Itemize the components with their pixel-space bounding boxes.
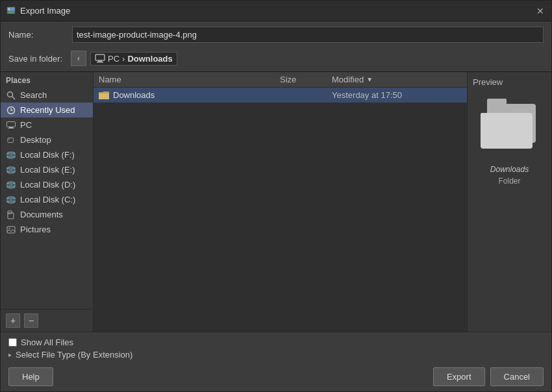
expand-icon: ▸ [8, 351, 12, 358]
sidebar-item-label-pc: PC [20, 120, 32, 130]
sidebar-item-pictures[interactable]: Pictures [1, 222, 93, 237]
select-file-type-label[interactable]: Select File Type (By Extension) [16, 350, 132, 360]
desktop-icon [6, 136, 16, 145]
svg-rect-11 [9, 127, 13, 128]
dialog-title: Export Image [20, 6, 534, 16]
cancel-button[interactable]: Cancel [490, 367, 544, 386]
sidebar-item-label-pictures: Pictures [20, 225, 51, 234]
remove-bookmark-button[interactable]: − [24, 313, 38, 328]
breadcrumb[interactable]: PC › Downloads [90, 52, 177, 66]
sidebar-item-label-desktop: Desktop [20, 135, 51, 145]
file-cell-name: Downloads [99, 90, 280, 100]
sidebar-item-label-local-disk-c: Local Disk (C:) [20, 195, 75, 204]
col-size-header: Size [280, 75, 332, 84]
main-area: Places Search Recently Used PC [1, 71, 551, 332]
recently-used-icon [6, 106, 16, 115]
btn-right-group: Export Cancel [433, 367, 544, 386]
show-all-files-label[interactable]: Show All Files [21, 337, 73, 347]
sidebar-item-documents[interactable]: Documents [1, 207, 93, 222]
breadcrumb-pc: PC [108, 54, 119, 64]
search-icon [6, 91, 16, 100]
svg-rect-10 [7, 121, 16, 127]
local-disk-e-icon [6, 165, 16, 175]
sidebar-item-search[interactable]: Search [1, 88, 93, 103]
svg-line-8 [12, 96, 16, 99]
sidebar: Places Search Recently Used PC [1, 72, 94, 332]
sidebar-item-label-documents: Documents [20, 210, 63, 219]
svg-rect-22 [7, 183, 15, 187]
table-row[interactable]: Downloads Yesterday at 17:50 [94, 88, 467, 103]
svg-rect-5 [98, 60, 102, 62]
preview-icon-area [477, 92, 542, 157]
preview-panel: Preview Downloads Folder [467, 72, 551, 332]
preview-name: Downloads [490, 165, 529, 174]
show-all-files-checkbox[interactable] [8, 338, 17, 347]
sidebar-item-label-local-disk-e: Local Disk (E:) [20, 165, 75, 175]
pc-icon [95, 54, 105, 63]
option-select-file-type: ▸ Select File Type (By Extension) [8, 350, 544, 360]
help-button[interactable]: Help [8, 367, 53, 386]
nav-back-button[interactable]: ‹ [71, 51, 86, 66]
name-label: Name: [8, 30, 67, 40]
documents-icon [6, 210, 16, 219]
footer-buttons: Help Export Cancel [1, 362, 551, 391]
breadcrumb-separator: › [122, 54, 125, 64]
sidebar-item-local-disk-e[interactable]: Local Disk (E:) [1, 162, 93, 177]
file-list-body: Downloads Yesterday at 17:50 [94, 88, 467, 332]
sidebar-item-local-disk-d[interactable]: Local Disk (D:) [1, 177, 93, 192]
svg-rect-14 [8, 138, 10, 140]
export-image-icon [6, 6, 16, 16]
file-panel: Name Size Modified ▼ Downloads [94, 72, 467, 332]
sidebar-header: Places [1, 72, 93, 88]
sidebar-item-label-recently-used: Recently Used [20, 105, 75, 115]
name-input[interactable] [72, 27, 544, 43]
svg-rect-12 [8, 128, 14, 129]
sidebar-item-local-disk-c[interactable]: Local Disk (C:) [1, 192, 93, 207]
sidebar-item-pc[interactable]: PC [1, 117, 93, 132]
local-disk-c-icon [6, 195, 16, 204]
sort-icon: ▼ [366, 76, 373, 83]
svg-point-30 [8, 227, 10, 228]
sidebar-item-label-search: Search [20, 90, 47, 100]
export-button[interactable]: Export [433, 367, 485, 386]
svg-rect-25 [7, 198, 15, 202]
svg-point-2 [8, 8, 10, 10]
folder-icon [99, 91, 109, 100]
folder-front [481, 113, 533, 149]
preview-type: Folder [498, 177, 520, 186]
col-modified-header: Modified ▼ [332, 75, 462, 84]
sidebar-item-label-local-disk-f: Local Disk (F:) [20, 150, 75, 160]
savein-label: Save in folder: [8, 54, 67, 64]
sidebar-item-local-disk-f[interactable]: Local Disk (F:) [1, 147, 93, 162]
file-name: Downloads [113, 90, 155, 100]
col-name-header: Name [99, 75, 280, 84]
svg-rect-19 [7, 168, 15, 172]
export-image-dialog: Export Image ✕ Name: Save in folder: ‹ P… [0, 0, 552, 392]
local-disk-d-icon [6, 180, 16, 190]
file-list-header: Name Size Modified ▼ [94, 72, 467, 88]
close-button[interactable]: ✕ [534, 5, 546, 17]
svg-rect-16 [7, 153, 15, 157]
savein-row: Save in folder: ‹ PC › Downloads [1, 48, 551, 71]
preview-header: Preview [473, 77, 503, 87]
svg-rect-29 [7, 227, 15, 233]
sidebar-footer: + − [1, 309, 93, 332]
add-bookmark-button[interactable]: + [6, 313, 20, 328]
svg-point-7 [8, 92, 13, 97]
sidebar-item-recently-used[interactable]: Recently Used [1, 103, 93, 117]
local-disk-f-icon [6, 151, 16, 160]
preview-folder-icon [481, 99, 539, 151]
svg-rect-6 [97, 62, 103, 63]
sidebar-spacer [1, 237, 93, 309]
file-cell-modified: Yesterday at 17:50 [332, 90, 462, 100]
pc-sidebar-icon [6, 121, 16, 130]
name-row: Name: [1, 21, 551, 48]
sidebar-item-desktop[interactable]: Desktop [1, 132, 93, 147]
titlebar: Export Image ✕ [1, 1, 551, 21]
bottom-options: Show All Files ▸ Select File Type (By Ex… [1, 332, 551, 362]
pictures-icon [6, 225, 16, 234]
breadcrumb-current: Downloads [127, 54, 172, 64]
svg-rect-4 [95, 55, 105, 60]
option-show-all-files: Show All Files [8, 337, 544, 347]
sidebar-item-label-local-disk-d: Local Disk (D:) [20, 180, 75, 190]
